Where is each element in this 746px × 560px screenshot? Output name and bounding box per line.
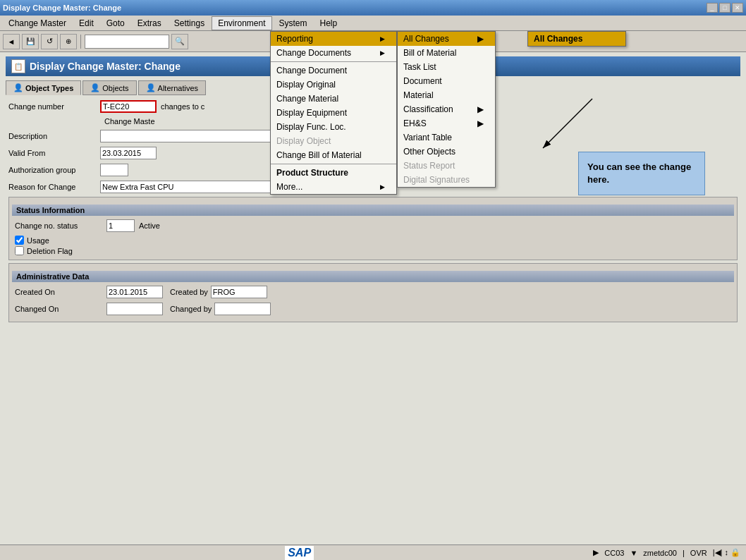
created-by-label: Created by bbox=[170, 288, 208, 296]
annotation-box: You can see the change here. bbox=[578, 152, 705, 195]
admin-section: Administrative Data Created On Created b… bbox=[8, 263, 738, 322]
env-menu-item-change-document[interactable]: Change Document bbox=[271, 63, 396, 78]
search-button[interactable]: 🔍 bbox=[171, 34, 188, 49]
created-on-input[interactable] bbox=[106, 286, 163, 298]
env-menu-item-change-bill[interactable]: Change Bill of Material bbox=[271, 148, 396, 162]
env-menu-item-change-material[interactable]: Change Material bbox=[271, 92, 396, 106]
window-controls: _ □ ✕ bbox=[707, 3, 743, 13]
menu-item-edit[interactable]: Edit bbox=[73, 17, 99, 30]
deletion-flag-label: Deletion Flag bbox=[27, 247, 73, 255]
changed-on-input[interactable] bbox=[106, 303, 163, 315]
reporting-item-material[interactable]: Material bbox=[398, 88, 495, 102]
status-num-input[interactable] bbox=[106, 219, 135, 232]
tab-icon-1: 👤 bbox=[13, 83, 23, 92]
status-active-text: Active bbox=[139, 221, 160, 230]
status-client: zmetdc00 bbox=[643, 549, 677, 557]
env-menu-item-product-structure[interactable]: Product Structure bbox=[271, 166, 396, 180]
menu-item-change-master[interactable]: Change Master bbox=[3, 17, 72, 30]
status-section: Status Information Change no. status Act… bbox=[8, 197, 738, 260]
status-triangle: ▶ bbox=[593, 548, 599, 557]
close-button[interactable]: ✕ bbox=[732, 3, 743, 13]
reporting-item-ehs[interactable]: EH&S ▶ bbox=[398, 116, 495, 130]
reporting-item-other-objects[interactable]: Other Objects bbox=[398, 145, 495, 159]
change-number-label: Change number bbox=[8, 102, 100, 111]
env-separator-2 bbox=[271, 164, 396, 164]
changed-on-label: Changed On bbox=[15, 305, 106, 313]
deletion-flag-checkbox[interactable] bbox=[15, 246, 24, 255]
environment-menu: Reporting ▶ Change Documents ▶ Change Do… bbox=[270, 31, 397, 195]
valid-from-input[interactable] bbox=[100, 147, 157, 159]
form-title-text: Display Change Master: Change bbox=[30, 61, 181, 72]
env-menu-item-display-func-loc[interactable]: Display Func. Loc. bbox=[271, 120, 396, 134]
changed-by-label: Changed by bbox=[170, 305, 212, 313]
menu-item-settings[interactable]: Settings bbox=[169, 17, 210, 30]
reporting-item-task-list[interactable]: Task List bbox=[398, 60, 495, 74]
reporting-item-document[interactable]: Document bbox=[398, 74, 495, 88]
changed-by-input[interactable] bbox=[214, 303, 271, 315]
auth-group-input[interactable] bbox=[100, 164, 128, 176]
deletion-flag-row: Deletion Flag bbox=[15, 246, 731, 255]
menu-item-goto[interactable]: Goto bbox=[101, 17, 130, 30]
usage-row: Usage bbox=[15, 236, 731, 245]
status-separator-2: | bbox=[683, 549, 685, 557]
reporting-item-classification[interactable]: Classification ▶ bbox=[398, 102, 495, 116]
maximize-button[interactable]: □ bbox=[719, 3, 730, 13]
status-section-header: Status Information bbox=[12, 205, 734, 216]
created-on-label: Created On bbox=[15, 288, 106, 296]
reason-label: Reason for Change bbox=[8, 183, 100, 191]
tab-alternatives[interactable]: 👤 Alternatives bbox=[138, 80, 206, 95]
tab-objects[interactable]: 👤 Objects bbox=[82, 80, 136, 95]
usage-checkbox[interactable] bbox=[15, 236, 24, 245]
env-menu-item-reporting[interactable]: Reporting ▶ bbox=[271, 32, 396, 46]
all-changes-arrow: ▶ bbox=[477, 34, 484, 44]
ehs-arrow: ▶ bbox=[477, 118, 484, 128]
valid-from-label: Valid From bbox=[8, 149, 100, 157]
status-bar: SAP ▶ CC03 ▼ zmetdc00 | OVR |◀| ↕ 🔒 bbox=[0, 544, 746, 560]
status-icons: |◀| ↕ 🔒 bbox=[713, 548, 740, 557]
minimize-button[interactable]: _ bbox=[707, 3, 718, 13]
change-number-input[interactable] bbox=[100, 100, 157, 113]
refresh-button[interactable]: ↺ bbox=[41, 34, 58, 49]
env-menu-item-display-original[interactable]: Display Original bbox=[271, 78, 396, 92]
env-menu-item-change-documents[interactable]: Change Documents ▶ bbox=[271, 46, 396, 60]
all-changes-menu-item[interactable]: All Changes bbox=[528, 32, 625, 46]
status-separator-1: ▼ bbox=[630, 549, 637, 557]
status-right: ▶ CC03 ▼ zmetdc00 | OVR |◀| ↕ 🔒 bbox=[593, 548, 740, 557]
annotation-text: You can see the change here. bbox=[587, 162, 691, 185]
env-menu-item-display-equipment[interactable]: Display Equipment bbox=[271, 106, 396, 120]
tab-object-types[interactable]: 👤 Object Types bbox=[6, 80, 81, 95]
created-by-input[interactable] bbox=[211, 286, 267, 298]
reporting-item-status-report: Status Report bbox=[398, 159, 495, 173]
usage-label: Usage bbox=[27, 236, 49, 245]
change-no-status-label: Change no. status bbox=[15, 221, 106, 230]
reporting-item-variant-table[interactable]: Variant Table bbox=[398, 130, 495, 145]
menu-item-environment[interactable]: Environment bbox=[212, 16, 271, 30]
menu-bar: Change Master Edit Goto Extras Settings … bbox=[0, 16, 746, 31]
reporting-item-bom[interactable]: Bill of Material bbox=[398, 46, 495, 60]
reporting-submenu: All Changes ▶ Bill of Material Task List… bbox=[397, 31, 496, 188]
change-docs-arrow: ▶ bbox=[380, 49, 385, 56]
created-on-row: Created On Created by bbox=[12, 285, 734, 299]
menu-item-help[interactable]: Help bbox=[314, 17, 343, 30]
menu-item-extras[interactable]: Extras bbox=[132, 17, 167, 30]
reporting-item-all-changes[interactable]: All Changes ▶ bbox=[398, 32, 495, 46]
status-mode: OVR bbox=[690, 549, 707, 557]
sap-logo: SAP bbox=[285, 546, 314, 560]
changes-to-text: changes to c bbox=[161, 102, 204, 111]
print-button[interactable]: ⊕ bbox=[60, 34, 77, 49]
all-changes-menu: All Changes bbox=[527, 31, 626, 47]
tab-icon-2: 👤 bbox=[90, 83, 100, 92]
save-button[interactable]: 💾 bbox=[22, 34, 39, 49]
menu-item-system[interactable]: System bbox=[274, 17, 313, 30]
classification-arrow: ▶ bbox=[477, 104, 484, 114]
changed-on-row: Changed On Changed by bbox=[12, 302, 734, 316]
more-arrow: ▶ bbox=[380, 183, 385, 190]
back-button[interactable]: ◄ bbox=[3, 34, 20, 49]
separator-1 bbox=[80, 35, 81, 49]
env-menu-item-more[interactable]: More... ▶ bbox=[271, 180, 396, 194]
env-separator-1 bbox=[271, 61, 396, 62]
search-input[interactable] bbox=[85, 35, 169, 49]
reporting-arrow: ▶ bbox=[380, 35, 385, 42]
reporting-item-digital-signatures: Digital Signatures bbox=[398, 173, 495, 187]
description-label: Description bbox=[8, 132, 100, 140]
